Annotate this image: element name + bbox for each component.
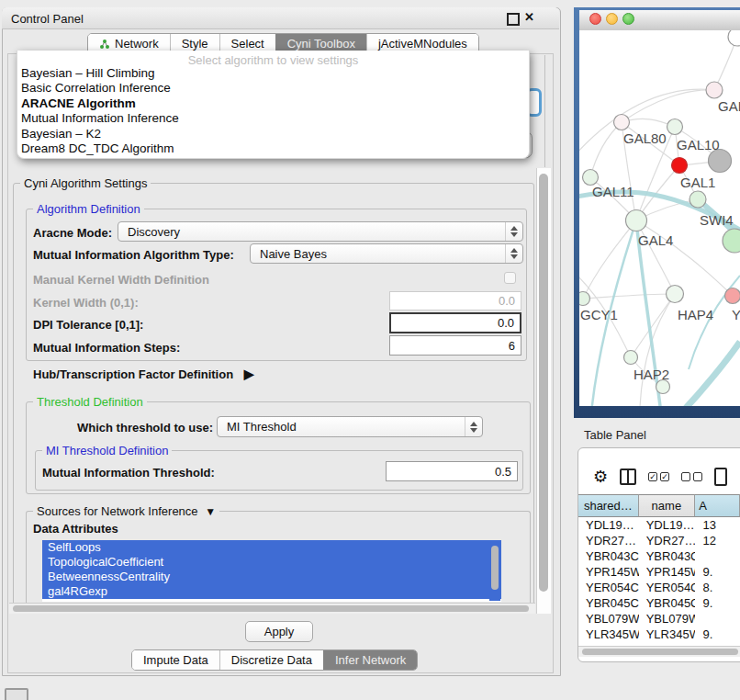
table-column-header[interactable]: A <box>695 494 740 517</box>
table-cell: 9. <box>695 596 740 610</box>
attribute-list-item[interactable]: BetweennessCentrality <box>42 570 501 584</box>
table-column-header[interactable]: shared… <box>578 494 639 517</box>
dpi-tolerance-input[interactable]: 0.0 <box>389 312 521 333</box>
hub-definition-expander[interactable]: Hub/Transcription Factor Definition ▶ <box>33 367 254 381</box>
collapsed-panel-button[interactable] <box>5 688 28 700</box>
network-node[interactable] <box>706 82 723 98</box>
table-cell: 13 <box>695 518 740 532</box>
table-row[interactable]: YER054CYER054C8. <box>578 580 740 595</box>
network-node-label: SWI4 <box>700 212 734 228</box>
tab-impute-data[interactable]: Impute Data <box>132 650 219 670</box>
network-node-label: GCY1 <box>580 307 618 322</box>
table-cell: YDL19… <box>578 518 639 532</box>
data-attributes-list[interactable]: SelfLoopsTopologicalCoefficientBetweenne… <box>42 540 501 602</box>
tab-discretize-data[interactable]: Discretize Data <box>219 650 323 670</box>
bottom-tabs: Impute DataDiscretize DataInfer Network <box>131 649 418 671</box>
table-row[interactable]: YBR043CYBR043C <box>578 548 740 564</box>
sources-title-text: Sources for Network Inference <box>37 504 198 518</box>
sources-group-title[interactable]: Sources for Network Inference ▼ <box>33 504 219 518</box>
network-node[interactable] <box>667 286 684 303</box>
aracne-mode-select[interactable]: Discovery <box>118 221 523 242</box>
table-cell: YDR27… <box>578 534 639 548</box>
table-cell: 8. <box>695 581 740 594</box>
tab-label: Discretize Data <box>231 653 312 667</box>
mi-steps-input[interactable]: 6 <box>389 335 521 356</box>
table-column-header[interactable]: name <box>639 494 696 517</box>
kernel-width-value: 0.0 <box>499 294 515 308</box>
network-node[interactable] <box>614 115 630 130</box>
network-node-label: HAP2 <box>633 367 669 382</box>
dropdown-option[interactable]: Bayesian – K2 <box>17 127 529 141</box>
window-minimize-icon[interactable] <box>606 13 618 25</box>
attributes-scrollbar[interactable] <box>489 541 500 601</box>
attribute-list-item[interactable]: gal4RGexp <box>42 584 501 599</box>
manual-kernel-checkbox[interactable] <box>504 272 516 284</box>
control-panel-titlebar[interactable] <box>2 7 559 29</box>
table-cell: YLR345W <box>578 627 639 641</box>
network-node[interactable] <box>690 191 706 208</box>
table-row[interactable]: YDR27…YDR27…12 <box>578 533 740 548</box>
network-node[interactable] <box>583 170 599 186</box>
network-window-titlebar[interactable] <box>579 10 740 31</box>
control-panel-title: Control Panel <box>11 12 84 26</box>
table-cell: YBR043C <box>578 549 639 563</box>
kernel-width-input[interactable]: 0.0 <box>389 291 521 310</box>
threshold-definition-title: Threshold Definition <box>33 395 147 409</box>
network-node[interactable] <box>624 351 638 365</box>
apply-button[interactable]: Apply <box>245 621 313 642</box>
combo-stepper-icon <box>465 417 482 436</box>
dropdown-option[interactable]: ARACNE Algorithm <box>17 96 529 111</box>
which-threshold-select[interactable]: MI Threshold <box>217 416 483 437</box>
hidden-panel-border <box>544 55 545 167</box>
network-node[interactable] <box>672 158 688 174</box>
tab-label: Network <box>115 37 159 51</box>
attribute-list-item[interactable]: TopologicalCoefficient <box>42 555 501 570</box>
table-row[interactable]: YBR045CYBR045C9. <box>578 595 740 611</box>
dpi-tolerance-label: DPI Tolerance [0,1]: <box>33 318 143 332</box>
network-node[interactable] <box>723 229 740 253</box>
table-hscrollbar[interactable] <box>578 646 740 657</box>
mi-threshold-input[interactable]: 0.5 <box>386 461 518 481</box>
table-row[interactable]: YPR145WYPR145W9. <box>578 564 740 580</box>
mi-threshold-label: Mutual Information Threshold: <box>42 466 215 480</box>
network-node[interactable] <box>709 150 732 173</box>
dropdown-option[interactable]: Mutual Information Inference <box>17 111 529 126</box>
network-node[interactable] <box>728 30 740 46</box>
network-node-label: GAL80 <box>623 130 667 146</box>
network-node[interactable] <box>579 292 590 306</box>
gear-icon[interactable]: ⚙ <box>593 469 608 485</box>
float-window-icon[interactable] <box>507 13 520 26</box>
settings-scrollbar[interactable] <box>536 168 551 614</box>
network-edge <box>583 220 636 299</box>
settings-hscrollbar[interactable] <box>9 603 535 614</box>
table-row[interactable]: YLR345WYLR345W9. <box>578 627 740 642</box>
attribute-list-item[interactable]: SelfLoops <box>42 540 501 555</box>
screen: Control Panel ✕ NetworkStyleSelectCyni T… <box>0 0 740 700</box>
show-columns-icon[interactable]: ✓✓ <box>648 472 669 481</box>
apply-button-label: Apply <box>264 625 295 638</box>
dropdown-option[interactable]: Bayesian – Hill Climbing <box>17 66 529 81</box>
network-node-label: GAL <box>718 98 740 114</box>
close-icon[interactable]: ✕ <box>524 10 534 24</box>
network-canvas[interactable]: GALGAL80GAL10GAL11GAL1GAL4SWI4GCY1HAP4YH… <box>579 30 740 406</box>
table-cell: YLR345W <box>639 627 696 641</box>
dropdown-option[interactable]: Basic Correlation Inference <box>17 81 529 96</box>
network-edge <box>583 294 675 299</box>
dropdown-option[interactable]: Dream8 DC_TDC Algorithm <box>17 141 529 156</box>
network-node[interactable] <box>725 288 740 304</box>
split-columns-icon[interactable] <box>620 469 636 485</box>
window-zoom-icon[interactable] <box>622 13 634 25</box>
table-panel-title: Table Panel <box>584 428 646 442</box>
network-node[interactable] <box>626 210 647 231</box>
table-row[interactable]: YBL079WYBL079W <box>578 611 740 627</box>
table-row[interactable]: YDL19…YDL19…13 <box>578 517 740 533</box>
tab-label: jActiveMNodules <box>378 37 467 51</box>
page-icon[interactable] <box>714 468 727 486</box>
hide-columns-icon[interactable] <box>681 472 702 481</box>
aracne-mode-label: Aracne Mode: <box>33 226 112 240</box>
tab-infer-network[interactable]: Infer Network <box>323 650 417 670</box>
mi-type-select[interactable]: Naive Bayes <box>250 243 523 264</box>
network-node[interactable] <box>667 119 683 135</box>
combo-stepper-icon <box>505 222 522 241</box>
window-close-icon[interactable] <box>589 13 601 25</box>
